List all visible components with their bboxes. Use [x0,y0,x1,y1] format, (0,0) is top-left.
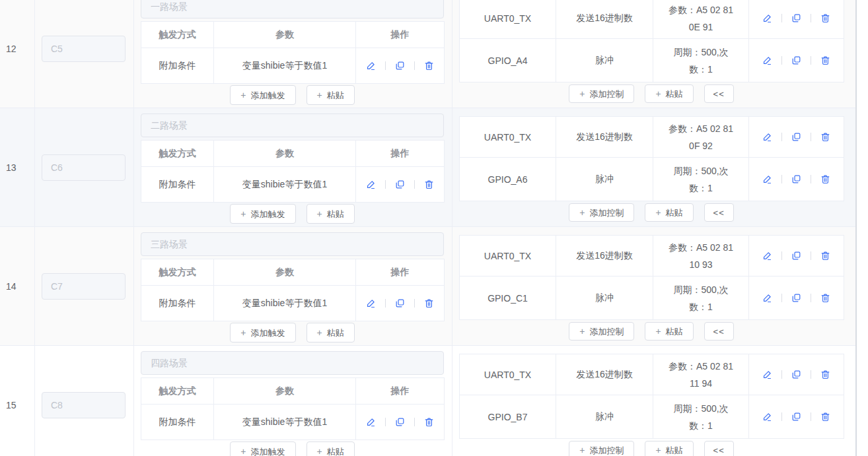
channel-input[interactable] [42,392,126,418]
delete-icon[interactable] [423,416,435,428]
control-action: 发送16进制数 [556,0,653,39]
paste-trigger-button[interactable]: + 粘贴 [307,323,355,342]
add-control-button[interactable]: + 添加控制 [569,322,634,341]
trigger-param: 变量shibie等于数值1 [214,167,356,203]
copy-icon[interactable] [791,55,802,66]
collapse-button[interactable]: << [704,441,734,456]
divider [414,61,415,70]
paste-control-button[interactable]: + 粘贴 [645,322,693,341]
delete-icon[interactable] [820,369,831,380]
control-param: 周期：500,次 数：1 [653,158,749,201]
add-trigger-button[interactable]: + 添加触发 [230,204,295,224]
control-param: 周期：500,次 数：1 [653,395,749,439]
delete-icon[interactable] [820,250,831,261]
paste-trigger-button[interactable]: + 粘贴 [307,85,355,105]
control-row: GPIO_B7 脉冲 周期：500,次 数：1 [460,395,844,439]
copy-icon[interactable] [791,369,802,380]
row-index-cell: 14 [0,227,35,345]
add-trigger-button[interactable]: + 添加触发 [230,441,295,456]
control-table: UART0_TX 发送16进制数 参数：A5 02 81 11 94 [459,354,844,439]
control-row: UART0_TX 发送16进制数 参数：A5 02 81 10 93 [460,236,844,277]
add-trigger-button[interactable]: + 添加触发 [230,323,295,342]
trigger-param: 变量shibie等于数值1 [214,48,356,84]
control-actions [749,39,844,82]
delete-icon[interactable] [820,411,831,422]
edit-icon[interactable] [762,369,773,380]
channel-cell [35,0,134,108]
channel-input[interactable] [42,273,126,300]
delete-icon[interactable] [820,174,831,185]
copy-icon[interactable] [791,250,802,261]
delete-icon[interactable] [423,60,435,71]
copy-icon[interactable] [791,131,802,143]
collapse-button[interactable]: << [704,322,734,341]
edit-icon[interactable] [365,298,377,309]
add-trigger-button[interactable]: + 添加触发 [230,85,295,105]
delete-icon[interactable] [820,13,831,24]
delete-icon[interactable] [820,55,831,66]
collapse-button[interactable]: << [704,84,734,103]
copy-icon[interactable] [791,411,802,422]
edit-icon[interactable] [762,174,773,185]
paste-control-label: 粘贴 [666,446,683,455]
row-index-cell: 15 [0,346,35,456]
paste-trigger-button[interactable]: + 粘贴 [307,441,355,456]
plus-icon: + [317,90,322,100]
scene-title-input[interactable] [141,351,444,375]
paste-control-label: 粘贴 [666,209,683,217]
paste-trigger-button[interactable]: + 粘贴 [307,204,355,224]
delete-icon[interactable] [423,298,435,309]
copy-icon[interactable] [791,13,802,24]
divider [811,412,811,421]
action-icon-group [754,174,838,185]
trigger-header-param: 参数 [214,378,356,405]
copy-icon[interactable] [791,174,802,185]
plus-icon: + [240,447,246,456]
paste-control-button[interactable]: + 粘贴 [645,84,693,103]
paste-trigger-label: 粘贴 [327,329,344,337]
delete-icon[interactable] [820,131,831,143]
scenario-table-viewport: 12 触发方式 参数 操作 附加条件 变量shibie等于数值1 [0,0,868,456]
plus-icon: + [317,328,322,337]
trigger-header-type: 触发方式 [141,22,214,48]
copy-icon[interactable] [394,416,406,428]
delete-icon[interactable] [423,179,435,190]
scene-title-input[interactable] [141,0,444,18]
edit-icon[interactable] [762,55,773,66]
edit-icon[interactable] [365,60,377,71]
copy-icon[interactable] [394,179,406,190]
edit-icon[interactable] [762,13,773,24]
edit-icon[interactable] [365,179,377,190]
scene-title-input[interactable] [141,114,444,137]
paste-control-label: 粘贴 [666,90,683,98]
collapse-label: << [713,90,725,98]
edit-icon[interactable] [762,131,773,143]
control-table: UART0_TX 发送16进制数 参数：A5 02 81 0E 91 [459,0,844,82]
edit-icon[interactable] [365,416,377,428]
add-control-button[interactable]: + 添加控制 [569,203,634,222]
trigger-type: 附加条件 [141,48,214,84]
add-control-button[interactable]: + 添加控制 [569,84,634,103]
scene-title-input[interactable] [141,232,444,256]
plus-icon: + [655,89,661,98]
channel-cell [35,227,134,345]
trigger-table: 触发方式 参数 操作 附加条件 变量shibie等于数值1 [141,21,445,84]
edit-icon[interactable] [762,292,773,304]
plus-icon: + [579,208,585,217]
delete-icon[interactable] [820,292,831,304]
paste-control-button[interactable]: + 粘贴 [645,441,693,456]
edit-icon[interactable] [762,250,773,261]
trigger-buttons: + 添加触发 + 粘贴 [141,85,444,105]
collapse-button[interactable]: << [704,203,734,222]
paste-control-button[interactable]: + 粘贴 [645,203,693,222]
add-control-button[interactable]: + 添加控制 [569,441,634,456]
trigger-data-row: 附加条件 变量shibie等于数值1 [141,48,445,84]
row-index: 15 [6,400,17,410]
copy-icon[interactable] [394,298,406,309]
edit-icon[interactable] [762,411,773,422]
trigger-header-actions: 操作 [356,378,445,405]
copy-icon[interactable] [394,60,406,71]
channel-input[interactable] [42,154,126,181]
channel-input[interactable] [42,36,126,62]
copy-icon[interactable] [791,292,802,304]
